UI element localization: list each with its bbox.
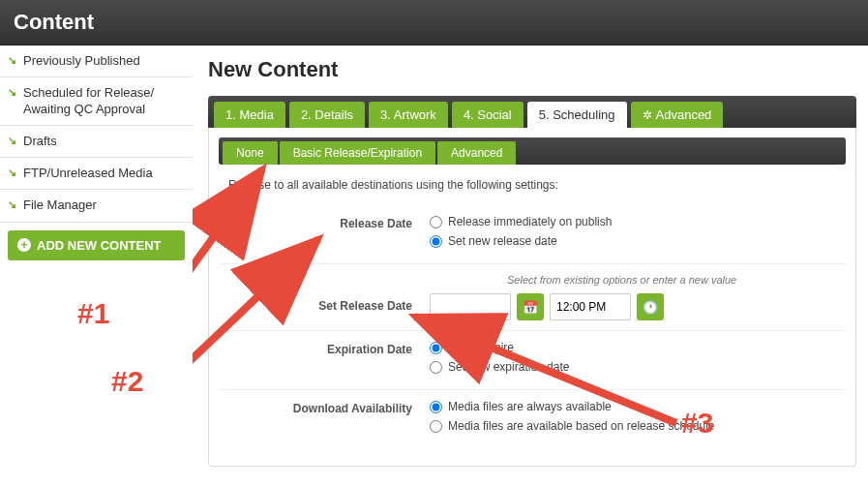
clock-button[interactable]: 🕐 bbox=[637, 293, 664, 320]
label-release-date: Release Date bbox=[219, 215, 430, 254]
tab-media[interactable]: 1. Media bbox=[214, 102, 285, 128]
sidebar-item-file-manager[interactable]: ↘File Manager bbox=[0, 190, 193, 222]
radio-expire-never[interactable]: Never expire bbox=[430, 341, 846, 354]
page-title: New Content bbox=[208, 57, 856, 82]
radio-input[interactable] bbox=[430, 401, 442, 413]
intro-text: Release to all available destinations us… bbox=[228, 178, 846, 192]
add-new-content-label: ADD NEW CONTENT bbox=[37, 238, 162, 253]
sidebar-item-label: FTP/Unreleased Media bbox=[23, 166, 153, 180]
date-input[interactable] bbox=[430, 293, 511, 320]
sidebar-item-previously-published[interactable]: ↘Previously Published bbox=[0, 46, 193, 77]
sidebar-item-drafts[interactable]: ↘Drafts bbox=[0, 126, 193, 158]
row-release-date: Release Date Release immediately on publ… bbox=[219, 205, 846, 264]
label-set-release-date: Set Release Date bbox=[219, 274, 430, 320]
sidebar-item-ftp[interactable]: ↘FTP/Unreleased Media bbox=[0, 158, 193, 190]
sidebar-item-scheduled[interactable]: ↘Scheduled for Release/ Awaiting QC Appr… bbox=[0, 77, 193, 126]
app-header: Content bbox=[0, 0, 868, 46]
tab-details[interactable]: 2. Details bbox=[289, 102, 365, 128]
radio-download-always[interactable]: Media files are always available bbox=[430, 400, 846, 413]
add-new-content-button[interactable]: + ADD NEW CONTENT bbox=[8, 230, 185, 260]
tab-advanced[interactable]: ✲Advanced bbox=[631, 102, 724, 128]
tab-artwork[interactable]: 3. Artwork bbox=[369, 102, 448, 128]
wizard-tabs: 1. Media 2. Details 3. Artwork 4. Social… bbox=[208, 96, 856, 128]
sidebar-item-label: Scheduled for Release/ Awaiting QC Appro… bbox=[23, 85, 154, 115]
arrow-icon: ↘ bbox=[8, 86, 16, 100]
sidebar-item-label: File Manager bbox=[23, 197, 97, 212]
label-expiration: Expiration Date bbox=[219, 341, 430, 380]
radio-release-setnew[interactable]: Set new release date bbox=[430, 234, 846, 248]
scheduling-panel: None Basic Release/Expiration Advanced R… bbox=[208, 128, 856, 467]
scheduling-subtabs: None Basic Release/Expiration Advanced bbox=[219, 137, 846, 165]
calendar-button[interactable]: 📅 bbox=[517, 293, 544, 320]
radio-download-schedule[interactable]: Media files are available based on relea… bbox=[430, 419, 846, 433]
calendar-icon: 📅 bbox=[523, 300, 538, 315]
label-download: Download Availability bbox=[219, 400, 430, 439]
radio-expire-setnew[interactable]: Set new expiration date bbox=[430, 360, 846, 374]
arrow-icon: ↘ bbox=[8, 54, 16, 68]
sidebar-item-label: Drafts bbox=[23, 134, 57, 148]
subtab-advanced[interactable]: Advanced bbox=[437, 141, 516, 165]
app-title: Content bbox=[14, 10, 94, 34]
tab-scheduling[interactable]: 5. Scheduling bbox=[527, 102, 627, 128]
tab-social[interactable]: 4. Social bbox=[452, 102, 524, 128]
plus-icon: + bbox=[17, 238, 31, 252]
row-download: Download Availability Media files are al… bbox=[219, 390, 846, 448]
radio-input[interactable] bbox=[430, 361, 442, 374]
gear-icon: ✲ bbox=[643, 108, 652, 122]
arrow-icon: ↘ bbox=[8, 167, 16, 180]
row-set-release-date: Set Release Date Select from existing op… bbox=[219, 264, 846, 331]
subtab-basic[interactable]: Basic Release/Expiration bbox=[280, 141, 435, 165]
arrow-icon: ↘ bbox=[8, 135, 16, 148]
radio-input[interactable] bbox=[430, 216, 442, 228]
radio-input[interactable] bbox=[430, 342, 442, 354]
radio-input[interactable] bbox=[430, 235, 442, 248]
sidebar: ↘Previously Published ↘Scheduled for Rel… bbox=[0, 46, 193, 260]
clock-icon: 🕐 bbox=[643, 300, 658, 315]
sidebar-item-label: Previously Published bbox=[23, 53, 140, 68]
radio-release-immediate[interactable]: Release immediately on publish bbox=[430, 215, 846, 228]
row-expiration: Expiration Date Never expire Set new exp… bbox=[219, 331, 846, 390]
radio-input[interactable] bbox=[430, 420, 442, 433]
arrow-icon: ↘ bbox=[8, 198, 16, 212]
time-input[interactable] bbox=[550, 293, 631, 320]
hint-text: Select from existing options or enter a … bbox=[507, 274, 846, 286]
subtab-none[interactable]: None bbox=[223, 141, 278, 165]
